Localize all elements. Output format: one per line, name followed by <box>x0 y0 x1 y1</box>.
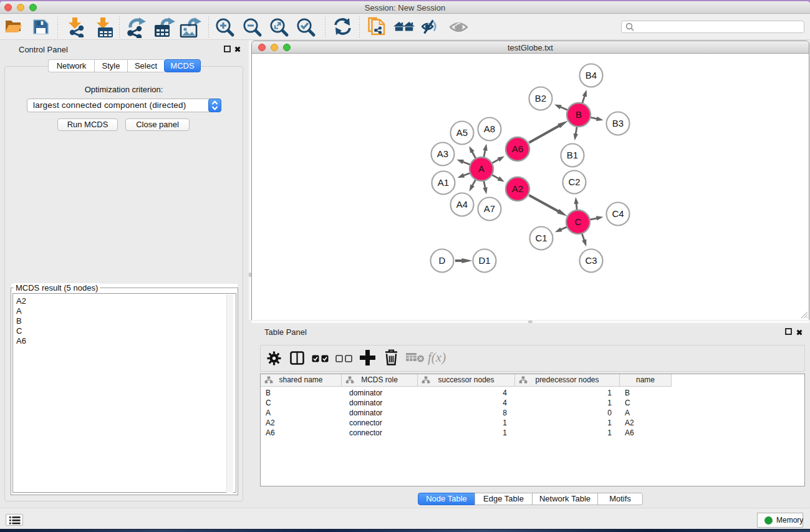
svg-text:A3: A3 <box>437 148 448 159</box>
svg-text:C3: C3 <box>585 255 597 266</box>
svg-text:B3: B3 <box>612 118 624 128</box>
svg-text:B4: B4 <box>586 70 597 80</box>
svg-text:A1: A1 <box>438 177 449 188</box>
svg-text:A8: A8 <box>484 123 495 134</box>
svg-text:A5: A5 <box>456 127 468 138</box>
svg-text:D1: D1 <box>478 255 490 266</box>
svg-text:A2: A2 <box>512 183 523 194</box>
svg-text:C4: C4 <box>612 208 624 219</box>
svg-text:A: A <box>478 163 485 174</box>
svg-text:D: D <box>439 255 446 266</box>
svg-text:A6: A6 <box>512 143 523 154</box>
svg-text:C1: C1 <box>535 233 547 243</box>
svg-text:A4: A4 <box>456 199 468 210</box>
svg-text:B: B <box>576 109 582 120</box>
svg-text:B1: B1 <box>567 150 578 160</box>
svg-text:C2: C2 <box>568 177 580 187</box>
svg-text:C: C <box>575 216 582 227</box>
svg-text:A7: A7 <box>484 203 495 214</box>
svg-text:B2: B2 <box>535 93 546 104</box>
